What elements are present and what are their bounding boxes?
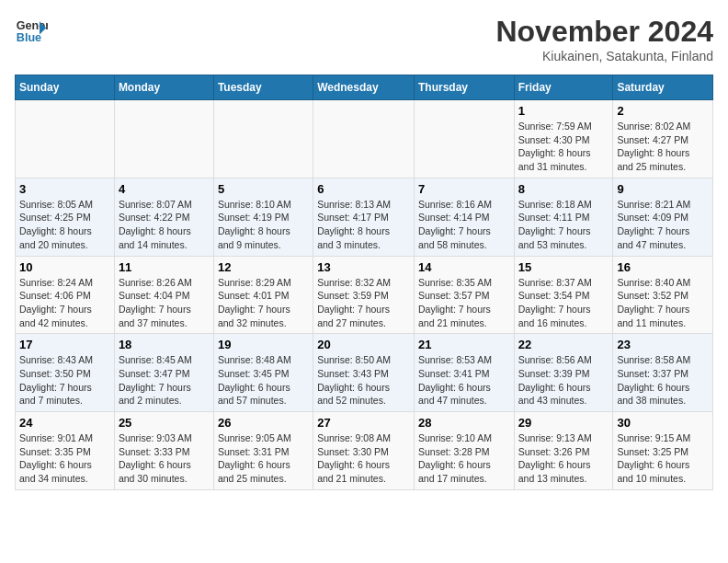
calendar-cell: 23Sunrise: 8:58 AM Sunset: 3:37 PM Dayli… xyxy=(613,334,713,412)
day-number: 6 xyxy=(317,182,410,196)
calendar-week-2: 3Sunrise: 8:05 AM Sunset: 4:25 PM Daylig… xyxy=(16,178,713,256)
calendar-cell: 24Sunrise: 9:01 AM Sunset: 3:35 PM Dayli… xyxy=(16,412,115,490)
day-number: 3 xyxy=(19,182,110,196)
day-number: 8 xyxy=(518,182,609,196)
calendar-cell xyxy=(16,100,115,178)
day-info: Sunrise: 8:16 AM Sunset: 4:14 PM Dayligh… xyxy=(418,198,510,252)
day-number: 16 xyxy=(617,260,709,274)
title-area: November 2024 Kiukainen, Satakunta, Finl… xyxy=(495,15,713,63)
calendar-header-wednesday: Wednesday xyxy=(313,75,415,100)
day-number: 29 xyxy=(518,416,609,430)
calendar-cell: 19Sunrise: 8:48 AM Sunset: 3:45 PM Dayli… xyxy=(213,334,313,412)
day-number: 22 xyxy=(518,338,609,351)
page-subtitle: Kiukainen, Satakunta, Finland xyxy=(495,49,713,63)
day-number: 11 xyxy=(119,260,210,274)
logo-icon: General Blue xyxy=(15,15,48,48)
calendar-cell: 17Sunrise: 8:43 AM Sunset: 3:50 PM Dayli… xyxy=(16,334,115,412)
day-number: 26 xyxy=(218,416,309,430)
calendar-cell: 21Sunrise: 8:53 AM Sunset: 3:41 PM Dayli… xyxy=(414,334,514,412)
calendar-cell: 14Sunrise: 8:35 AM Sunset: 3:57 PM Dayli… xyxy=(414,256,514,334)
day-info: Sunrise: 7:59 AM Sunset: 4:30 PM Dayligh… xyxy=(518,120,609,174)
calendar-cell: 9Sunrise: 8:21 AM Sunset: 4:09 PM Daylig… xyxy=(613,178,713,256)
day-info: Sunrise: 8:37 AM Sunset: 3:54 PM Dayligh… xyxy=(518,276,609,330)
day-number: 5 xyxy=(218,182,309,196)
calendar-cell: 6Sunrise: 8:13 AM Sunset: 4:17 PM Daylig… xyxy=(313,178,415,256)
day-info: Sunrise: 8:45 AM Sunset: 3:47 PM Dayligh… xyxy=(119,353,210,408)
day-number: 17 xyxy=(19,338,110,351)
page-title: November 2024 xyxy=(495,15,713,49)
day-number: 2 xyxy=(617,104,709,118)
day-info: Sunrise: 8:24 AM Sunset: 4:06 PM Dayligh… xyxy=(19,276,110,330)
logo: General Blue xyxy=(15,15,48,48)
calendar-cell: 1Sunrise: 7:59 AM Sunset: 4:30 PM Daylig… xyxy=(514,100,613,178)
calendar-cell: 5Sunrise: 8:10 AM Sunset: 4:19 PM Daylig… xyxy=(213,178,313,256)
day-number: 9 xyxy=(617,182,709,196)
calendar-cell: 7Sunrise: 8:16 AM Sunset: 4:14 PM Daylig… xyxy=(414,178,514,256)
calendar-cell: 13Sunrise: 8:32 AM Sunset: 3:59 PM Dayli… xyxy=(313,256,415,334)
calendar-header-friday: Friday xyxy=(514,75,613,100)
day-info: Sunrise: 9:08 AM Sunset: 3:30 PM Dayligh… xyxy=(317,431,410,486)
calendar-cell: 26Sunrise: 9:05 AM Sunset: 3:31 PM Dayli… xyxy=(213,412,313,490)
day-info: Sunrise: 8:40 AM Sunset: 3:52 PM Dayligh… xyxy=(617,276,709,330)
day-info: Sunrise: 8:21 AM Sunset: 4:09 PM Dayligh… xyxy=(617,198,709,252)
day-number: 12 xyxy=(218,260,309,274)
calendar-table: SundayMondayTuesdayWednesdayThursdayFrid… xyxy=(15,75,713,490)
day-info: Sunrise: 8:32 AM Sunset: 3:59 PM Dayligh… xyxy=(317,276,410,330)
calendar-cell: 27Sunrise: 9:08 AM Sunset: 3:30 PM Dayli… xyxy=(313,412,415,490)
calendar-cell: 15Sunrise: 8:37 AM Sunset: 3:54 PM Dayli… xyxy=(514,256,613,334)
day-info: Sunrise: 8:58 AM Sunset: 3:37 PM Dayligh… xyxy=(617,353,709,408)
calendar-cell xyxy=(313,100,415,178)
calendar-header-monday: Monday xyxy=(114,75,213,100)
day-number: 30 xyxy=(617,416,709,430)
day-info: Sunrise: 9:15 AM Sunset: 3:25 PM Dayligh… xyxy=(617,431,709,486)
calendar-cell: 25Sunrise: 9:03 AM Sunset: 3:33 PM Dayli… xyxy=(114,412,213,490)
day-number: 13 xyxy=(317,260,410,274)
day-info: Sunrise: 8:43 AM Sunset: 3:50 PM Dayligh… xyxy=(19,353,110,408)
day-number: 4 xyxy=(119,182,210,196)
calendar-cell: 18Sunrise: 8:45 AM Sunset: 3:47 PM Dayli… xyxy=(114,334,213,412)
calendar-cell xyxy=(114,100,213,178)
day-number: 7 xyxy=(418,182,510,196)
day-info: Sunrise: 8:10 AM Sunset: 4:19 PM Dayligh… xyxy=(218,198,309,252)
day-number: 27 xyxy=(317,416,410,430)
calendar-header-saturday: Saturday xyxy=(613,75,713,100)
day-info: Sunrise: 8:07 AM Sunset: 4:22 PM Dayligh… xyxy=(119,198,210,252)
page-header: General Blue November 2024 Kiukainen, Sa… xyxy=(15,15,713,63)
day-number: 24 xyxy=(19,416,110,430)
calendar-cell: 4Sunrise: 8:07 AM Sunset: 4:22 PM Daylig… xyxy=(114,178,213,256)
day-info: Sunrise: 8:18 AM Sunset: 4:11 PM Dayligh… xyxy=(518,198,609,252)
day-number: 23 xyxy=(617,338,709,351)
day-number: 19 xyxy=(218,338,309,351)
day-number: 14 xyxy=(418,260,510,274)
day-info: Sunrise: 8:56 AM Sunset: 3:39 PM Dayligh… xyxy=(518,353,609,408)
calendar-cell: 28Sunrise: 9:10 AM Sunset: 3:28 PM Dayli… xyxy=(414,412,514,490)
day-info: Sunrise: 8:13 AM Sunset: 4:17 PM Dayligh… xyxy=(317,198,410,252)
calendar-cell: 29Sunrise: 9:13 AM Sunset: 3:26 PM Dayli… xyxy=(514,412,613,490)
day-info: Sunrise: 9:05 AM Sunset: 3:31 PM Dayligh… xyxy=(218,431,309,486)
calendar-cell xyxy=(414,100,514,178)
calendar-body: 1Sunrise: 7:59 AM Sunset: 4:30 PM Daylig… xyxy=(16,100,713,490)
day-info: Sunrise: 8:35 AM Sunset: 3:57 PM Dayligh… xyxy=(418,276,510,330)
calendar-cell: 10Sunrise: 8:24 AM Sunset: 4:06 PM Dayli… xyxy=(16,256,115,334)
calendar-cell: 12Sunrise: 8:29 AM Sunset: 4:01 PM Dayli… xyxy=(213,256,313,334)
day-info: Sunrise: 9:10 AM Sunset: 3:28 PM Dayligh… xyxy=(418,431,510,486)
day-info: Sunrise: 8:50 AM Sunset: 3:43 PM Dayligh… xyxy=(317,353,410,408)
calendar-cell: 16Sunrise: 8:40 AM Sunset: 3:52 PM Dayli… xyxy=(613,256,713,334)
calendar-header-thursday: Thursday xyxy=(414,75,514,100)
day-number: 10 xyxy=(19,260,110,274)
calendar-week-4: 17Sunrise: 8:43 AM Sunset: 3:50 PM Dayli… xyxy=(16,334,713,412)
day-info: Sunrise: 8:05 AM Sunset: 4:25 PM Dayligh… xyxy=(19,198,110,252)
day-info: Sunrise: 8:29 AM Sunset: 4:01 PM Dayligh… xyxy=(218,276,309,330)
calendar-cell: 3Sunrise: 8:05 AM Sunset: 4:25 PM Daylig… xyxy=(16,178,115,256)
day-info: Sunrise: 9:13 AM Sunset: 3:26 PM Dayligh… xyxy=(518,431,609,486)
day-number: 1 xyxy=(518,104,609,118)
calendar-cell xyxy=(213,100,313,178)
calendar-cell: 20Sunrise: 8:50 AM Sunset: 3:43 PM Dayli… xyxy=(313,334,415,412)
calendar-week-3: 10Sunrise: 8:24 AM Sunset: 4:06 PM Dayli… xyxy=(16,256,713,334)
day-number: 28 xyxy=(418,416,510,430)
day-info: Sunrise: 9:03 AM Sunset: 3:33 PM Dayligh… xyxy=(119,431,210,486)
day-info: Sunrise: 9:01 AM Sunset: 3:35 PM Dayligh… xyxy=(19,431,110,486)
day-number: 15 xyxy=(518,260,609,274)
svg-text:Blue: Blue xyxy=(17,31,41,44)
calendar-week-5: 24Sunrise: 9:01 AM Sunset: 3:35 PM Dayli… xyxy=(16,412,713,490)
